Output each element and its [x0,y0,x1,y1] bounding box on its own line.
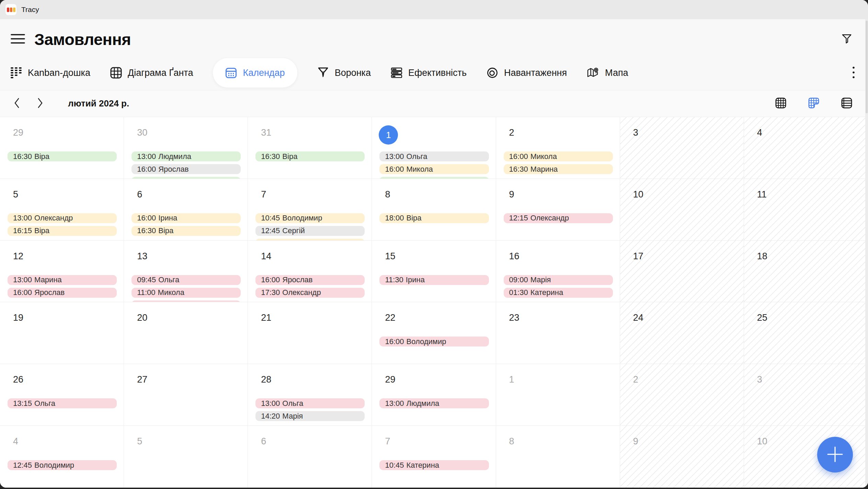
day-cell-7[interactable]: 710:45Катерина [372,426,496,488]
day-cell-2[interactable]: 2 [620,364,744,426]
day-cell-26[interactable]: 2613:15Ольга [0,364,124,426]
filter-button[interactable] [841,33,852,45]
next-month-button[interactable] [37,98,43,110]
event-pill[interactable]: 11:30Ірина [379,275,489,285]
event-pill[interactable]: 16:30Віра [255,151,365,161]
day-cell-25[interactable]: 25 [744,302,868,364]
add-order-button[interactable] [817,437,853,473]
day-number: 3 [757,374,868,385]
event-pill[interactable]: 16:00Ярослав [8,288,117,298]
list-rows-icon [841,98,852,110]
event-pill[interactable]: 10:45Володимир [255,213,365,223]
event-time: 16:30 [137,226,156,235]
event-pill[interactable]: 13:00Ольга [379,151,489,161]
event-pill[interactable]: 12:45Володимир [8,460,117,470]
event-pill[interactable]: 12:45Сергій [255,226,365,236]
day-cell-15[interactable]: 1511:30Ірина [372,241,496,303]
event-pill[interactable]: 16:30Марина [504,164,613,174]
event-time: 13:00 [385,399,404,408]
month-view-button[interactable] [775,98,786,110]
day-cell-3[interactable]: 3 [744,364,868,426]
day-cell-20[interactable]: 20 [124,302,248,364]
day-events: 16:30Віра [255,151,365,161]
event-pill[interactable]: 13:00Олександр [8,213,117,223]
event-pill[interactable]: 13:00Ольга [255,398,365,408]
day-cell-31[interactable]: 3116:30Віра [248,117,372,179]
event-time: 16:00 [385,337,404,346]
event-pill[interactable]: 16:30Віра [132,226,241,236]
day-cell-4[interactable]: 4 [744,117,868,179]
day-cell-7[interactable]: 710:45Володимир12:45Сергій16:30Віра [248,179,372,241]
day-cell-5[interactable]: 513:00Олександр16:15Віра [0,179,124,241]
event-pill[interactable]: 17:30Олександр [255,288,365,298]
scrollbar-thumb[interactable] [866,21,868,113]
day-cell-1[interactable]: 113:00Ольга16:00Микола16:30Сергій [372,117,496,179]
multiweek-view-button[interactable] [808,98,819,110]
event-pill[interactable]: 14:20Марія [255,411,365,421]
menu-button[interactable] [10,33,25,46]
day-cell-10[interactable]: 10 [620,179,744,241]
event-pill[interactable]: 09:45Ольга [132,275,241,285]
tab-map[interactable]: Мапа [587,67,628,79]
day-cell-5[interactable]: 5 [124,426,248,488]
day-cell-30[interactable]: 3013:00Людмила16:00Ярослав16:30Олександр [124,117,248,179]
day-cell-23[interactable]: 23 [496,302,620,364]
event-pill[interactable]: 16:00Володимир [379,337,489,346]
event-pill[interactable]: 11:00Микола [132,288,241,298]
day-cell-28[interactable]: 2813:00Ольга14:20Марія [248,364,372,426]
day-cell-24[interactable]: 24 [620,302,744,364]
day-number: 10 [633,189,744,200]
event-pill[interactable]: 09:00Марія [504,275,613,285]
app-name: Tracy [21,5,39,14]
day-cell-17[interactable]: 17 [620,241,744,303]
day-cell-9[interactable]: 912:15Олександр [496,179,620,241]
event-pill[interactable]: 10:45Катерина [379,460,489,470]
event-pill[interactable]: 16:00Микола [504,151,613,161]
day-cell-8[interactable]: 8 [496,426,620,488]
day-cell-16[interactable]: 1609:00Марія01:30Катерина [496,241,620,303]
tab-gantt[interactable]: Діаграма Ґанта [110,67,193,79]
table-view-button[interactable] [841,98,852,110]
day-cell-12[interactable]: 1213:00Марина16:00Ярослав [0,241,124,303]
event-pill[interactable]: 13:00Марина [8,275,117,285]
tab-funnel[interactable]: Воронка [317,67,371,79]
day-cell-6[interactable]: 616:00Ірина16:30Віра [124,179,248,241]
day-cell-19[interactable]: 19 [0,302,124,364]
day-cell-14[interactable]: 1416:00Ярослав17:30Олександр [248,241,372,303]
day-cell-21[interactable]: 21 [248,302,372,364]
day-cell-27[interactable]: 27 [124,364,248,426]
event-pill[interactable]: 16:00Ярослав [132,164,241,174]
day-cell-3[interactable]: 3 [620,117,744,179]
day-cell-29[interactable]: 2916:30Віра [0,117,124,179]
tab-calendar[interactable]: Календар [213,58,297,88]
event-pill[interactable]: 16:15Віра [8,226,117,236]
day-cell-2[interactable]: 216:00Микола16:30Марина [496,117,620,179]
prev-month-button[interactable] [14,98,20,110]
event-pill[interactable]: 16:00Ірина [132,213,241,223]
more-options-button[interactable] [852,66,856,80]
event-pill[interactable]: 13:00Людмила [132,151,241,161]
event-pill[interactable]: 12:15Олександр [504,213,613,223]
day-cell-13[interactable]: 1309:45Ольга11:00Микола17:30Катерина [124,241,248,303]
day-cell-8[interactable]: 818:00Віра [372,179,496,241]
day-cell-4[interactable]: 412:45Володимир [0,426,124,488]
day-cell-11[interactable]: 11 [744,179,868,241]
event-pill[interactable]: 18:00Віра [379,213,489,223]
event-pill[interactable]: 13:00Людмила [379,398,489,408]
day-cell-22[interactable]: 2216:00Володимир [372,302,496,364]
day-cell-18[interactable]: 18 [744,241,868,303]
day-cell-29[interactable]: 2913:00Людмила [372,364,496,426]
day-cell-6[interactable]: 6 [248,426,372,488]
day-cell-9[interactable]: 9 [620,426,744,488]
event-pill[interactable]: 13:15Ольга [8,398,117,408]
event-pill[interactable]: 01:30Катерина [504,288,613,298]
day-cell-1[interactable]: 1 [496,364,620,426]
event-pill[interactable]: 16:00Ярослав [255,275,365,285]
day-events: 16:30Віра [8,151,117,161]
event-pill[interactable]: 16:30Віра [8,151,117,161]
tab-kanban[interactable]: Kanban-дошка [10,67,90,79]
tab-efficiency[interactable]: Ефективність [391,67,467,79]
event-pill[interactable]: 16:00Микола [379,164,489,174]
tab-load[interactable]: Навантаження [487,67,567,79]
scrollbar[interactable] [865,19,868,488]
